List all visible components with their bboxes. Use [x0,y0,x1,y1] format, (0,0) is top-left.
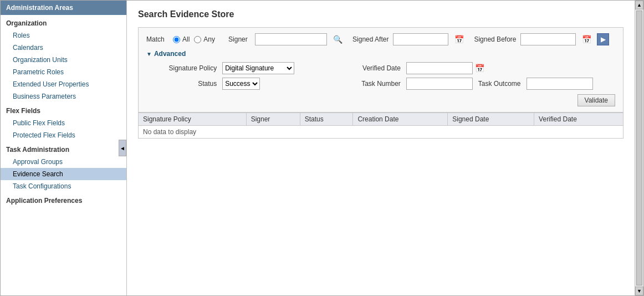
signed-before-calendar-icon[interactable]: 📅 [580,33,592,45]
match-any-radio[interactable] [194,36,201,43]
status-select[interactable]: Success Failure Pending [222,78,260,90]
table-header-signature-policy: Signature Policy [139,113,247,126]
sidebar-item-evidence-search[interactable]: Evidence Search [1,168,126,180]
signer-search-icon[interactable]: 🔍 [331,33,344,45]
task-number-label: Task Number [339,80,401,88]
sidebar-item-parametric-roles[interactable]: Parametric Roles [1,66,126,78]
advanced-toggle[interactable]: ▼ Advanced [146,50,615,58]
signed-before-input[interactable]: Feb 28, 2014 [520,33,576,45]
sidebar: Administration Areas OrganizationRolesCa… [1,1,127,295]
signed-before-label: Signed Before [474,35,516,43]
match-all-label: All [182,35,190,43]
sidebar-section-task-administration: Task Administration [1,141,126,156]
task-number-input[interactable] [406,78,473,90]
match-any-radio-group: Any [194,35,215,43]
sidebar-header: Administration Areas [1,1,126,15]
match-all-radio-group: All [173,35,190,43]
match-label: Match [146,35,168,43]
sidebar-item-calendars[interactable]: Calendars [1,42,126,54]
go-button[interactable]: ▶ [597,33,609,45]
sidebar-item-approval-groups[interactable]: Approval Groups [1,156,126,168]
sig-policy-label: Signature Policy [146,64,217,72]
table-header-creation-date: Creation Date [353,113,448,126]
signed-after-calendar-icon[interactable]: 📅 [453,33,465,45]
advanced-triangle-icon: ▼ [146,51,152,57]
scroll-up-button[interactable]: ▲ [635,1,643,9]
match-any-label: Any [203,35,215,43]
sidebar-item-roles[interactable]: Roles [1,29,126,42]
sig-policy-select-group: Digital Signature Electronic Signature [222,62,316,74]
verified-date-input[interactable] [406,62,473,74]
advanced-fields: Signature Policy Digital Signature Elect… [146,62,615,90]
match-all-radio[interactable] [173,36,180,43]
verified-date-label: Verified Date [339,64,401,72]
signed-after-input[interactable]: Feb 26, 2014 [393,33,448,45]
verified-date-calendar-icon[interactable]: 📅 [474,62,486,74]
sidebar-section-organization: Organization [1,15,126,29]
sidebar-item-public-flex[interactable]: Public Flex Fields [1,117,126,129]
table-header-signed-date: Signed Date [448,113,534,126]
advanced-label: Advanced [154,50,186,58]
status-label: Status [146,80,217,88]
sidebar-section-application-preferences: Application Preferences [1,192,126,207]
sidebar-collapse-button[interactable]: ◄ [119,140,126,156]
status-select-group: Success Failure Pending [222,78,316,90]
sidebar-item-task-configs[interactable]: Task Configurations [1,180,126,192]
sidebar-item-business-params[interactable]: Business Parameters [1,90,126,103]
table-header-status: Status [300,113,353,126]
task-outcome-input[interactable] [527,78,593,90]
task-outcome-label: Task Outcome [478,80,521,88]
signer-input[interactable]: jstein [255,33,327,45]
results-table: Signature PolicySignerStatusCreation Dat… [138,113,623,139]
main-content: Search Evidence Store Match All Any Sign… [127,1,635,295]
table-header-signer: Signer [246,113,300,126]
scroll-thumb[interactable] [636,11,642,285]
search-form: Match All Any Signer jstein 🔍 Signed Aft… [138,27,623,113]
page-title: Search Evidence Store [138,9,623,19]
scrollbar: ▲ ▼ [635,1,643,295]
sig-policy-select[interactable]: Digital Signature Electronic Signature [222,62,294,74]
validate-button[interactable]: Validate [577,94,615,106]
sidebar-item-extended-user-props[interactable]: Extended User Properties [1,78,126,90]
signer-label: Signer [228,35,251,43]
sidebar-item-protected-flex[interactable]: Protected Flex Fields [1,129,126,141]
sidebar-item-org-units[interactable]: Organization Units [1,54,126,66]
signed-after-label: Signed After [352,35,389,43]
sidebar-section-flex-fields: Flex Fields [1,103,126,117]
table-header-verified-date: Verified Date [534,113,623,126]
no-data-cell: No data to display [139,126,623,139]
scroll-down-button[interactable]: ▼ [635,287,643,295]
